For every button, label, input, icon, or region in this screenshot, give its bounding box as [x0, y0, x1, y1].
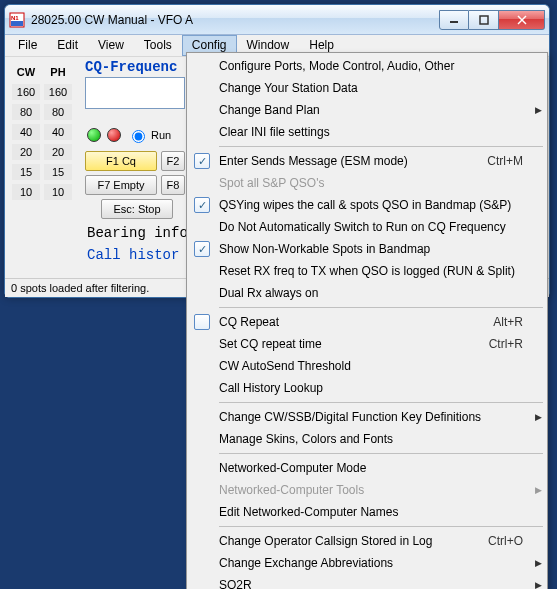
config-menu-item[interactable]: Change Band Plan▶: [189, 99, 545, 121]
menu-file[interactable]: File: [8, 35, 47, 56]
bearing-info: Bearing info: [87, 225, 188, 241]
menu-item-label: Reset RX freq to TX when QSO is logged (…: [215, 264, 531, 278]
menu-item-label: Edit Networked-Computer Names: [215, 505, 531, 519]
band-header-cw: CW: [11, 63, 41, 81]
menu-edit[interactable]: Edit: [47, 35, 88, 56]
config-menu-item[interactable]: Clear INI file settings: [189, 121, 545, 143]
menu-separator: [219, 526, 543, 527]
checkbox-icon: ✓: [194, 241, 210, 257]
band-cell[interactable]: 160: [43, 83, 73, 101]
close-button[interactable]: [499, 10, 545, 30]
config-menu-item: Spot all S&P QSO's: [189, 172, 545, 194]
submenu-arrow-icon: ▶: [531, 412, 545, 422]
titlebar[interactable]: N1 28025.00 CW Manual - VFO A: [5, 5, 549, 35]
run-radio-input[interactable]: [132, 130, 145, 143]
menu-item-accelerator: Alt+R: [493, 315, 531, 329]
config-menu-item[interactable]: Edit Networked-Computer Names: [189, 501, 545, 523]
minimize-button[interactable]: [439, 10, 469, 30]
band-cell[interactable]: 15: [43, 163, 73, 181]
submenu-arrow-icon: ▶: [531, 558, 545, 568]
app-icon: N1: [9, 12, 25, 28]
window-title: 28025.00 CW Manual - VFO A: [31, 13, 439, 27]
call-history-info: Call histor: [87, 247, 179, 263]
band-cell[interactable]: 10: [11, 183, 41, 201]
f8-button[interactable]: F8: [161, 175, 185, 195]
config-menu-item[interactable]: ✓Show Non-Workable Spots in Bandmap: [189, 238, 545, 260]
submenu-arrow-icon: ▶: [531, 580, 545, 589]
menu-item-label: Networked-Computer Tools: [215, 483, 531, 497]
config-menu-item[interactable]: CW AutoSend Threshold: [189, 355, 545, 377]
esc-button[interactable]: Esc: Stop: [101, 199, 173, 219]
band-cell[interactable]: 10: [43, 183, 73, 201]
submenu-arrow-icon: ▶: [531, 485, 545, 495]
config-menu-item[interactable]: Change CW/SSB/Digital Function Key Defin…: [189, 406, 545, 428]
band-cell[interactable]: 40: [11, 123, 41, 141]
config-menu-item[interactable]: Reset RX freq to TX when QSO is logged (…: [189, 260, 545, 282]
svg-rect-4: [480, 16, 488, 24]
callsign-input[interactable]: [85, 77, 185, 109]
band-table: CWPH 160160 8080 4040 2020 1515 1010: [9, 61, 75, 203]
menu-view[interactable]: View: [88, 35, 134, 56]
band-cell[interactable]: 20: [43, 143, 73, 161]
config-menu-item[interactable]: SO2R▶: [189, 574, 545, 589]
f1-button[interactable]: F1 Cq: [85, 151, 157, 171]
menu-item-label: Manage Skins, Colors and Fonts: [215, 432, 531, 446]
checkbox-icon: [194, 314, 210, 330]
config-menu-item[interactable]: Change Operator Callsign Stored in LogCt…: [189, 530, 545, 552]
cq-frequency-label: CQ-Frequenc: [85, 59, 185, 75]
config-menu-item[interactable]: ✓Enter Sends Message (ESM mode)Ctrl+M: [189, 150, 545, 172]
status-dot-red-icon: [107, 128, 121, 142]
menu-item-label: QSYing wipes the call & spots QSO in Ban…: [215, 198, 531, 212]
config-menu-item[interactable]: CQ RepeatAlt+R: [189, 311, 545, 333]
maximize-button[interactable]: [469, 10, 499, 30]
config-menu-item[interactable]: Set CQ repeat timeCtrl+R: [189, 333, 545, 355]
status-dots: Run: [87, 127, 171, 143]
config-menu-item[interactable]: Call History Lookup: [189, 377, 545, 399]
menu-item-label: Enter Sends Message (ESM mode): [215, 154, 487, 168]
band-cell[interactable]: 15: [11, 163, 41, 181]
config-menu-item[interactable]: Configure Ports, Mode Control, Audio, Ot…: [189, 55, 545, 77]
config-menu-item[interactable]: Change Exchange Abbreviations▶: [189, 552, 545, 574]
band-cell[interactable]: 20: [11, 143, 41, 161]
menu-item-label: Show Non-Workable Spots in Bandmap: [215, 242, 531, 256]
band-cell[interactable]: 80: [11, 103, 41, 121]
config-menu-item[interactable]: Do Not Automatically Switch to Run on CQ…: [189, 216, 545, 238]
menu-tools[interactable]: Tools: [134, 35, 182, 56]
menu-item-accelerator: Ctrl+M: [487, 154, 531, 168]
config-menu-item[interactable]: Dual Rx always on: [189, 282, 545, 304]
cq-area: CQ-Frequenc: [85, 59, 185, 109]
menu-item-label: Change Band Plan: [215, 103, 531, 117]
menu-item-label: Change Operator Callsign Stored in Log: [215, 534, 488, 548]
run-radio-label: Run: [151, 129, 171, 141]
menu-item-label: Clear INI file settings: [215, 125, 531, 139]
menu-separator: [219, 453, 543, 454]
menu-item-label: SO2R: [215, 578, 531, 589]
menu-item-label: CW AutoSend Threshold: [215, 359, 531, 373]
submenu-arrow-icon: ▶: [531, 105, 545, 115]
menu-item-label: Do Not Automatically Switch to Run on CQ…: [215, 220, 531, 234]
config-dropdown: Configure Ports, Mode Control, Audio, Ot…: [186, 52, 548, 589]
menu-separator: [219, 146, 543, 147]
run-radio[interactable]: Run: [127, 127, 171, 143]
band-cell[interactable]: 80: [43, 103, 73, 121]
f7-button[interactable]: F7 Empty: [85, 175, 157, 195]
svg-rect-2: [11, 21, 23, 26]
band-cell[interactable]: 160: [11, 83, 41, 101]
menu-item-label: Spot all S&P QSO's: [215, 176, 531, 190]
menu-item-label: Set CQ repeat time: [215, 337, 489, 351]
config-menu-item[interactable]: Manage Skins, Colors and Fonts: [189, 428, 545, 450]
status-dot-green-icon: [87, 128, 101, 142]
config-menu-item[interactable]: Networked-Computer Mode: [189, 457, 545, 479]
f2-button[interactable]: F2: [161, 151, 185, 171]
config-menu-item[interactable]: Change Your Station Data: [189, 77, 545, 99]
menu-item-accelerator: Ctrl+R: [489, 337, 531, 351]
menu-item-label: Networked-Computer Mode: [215, 461, 531, 475]
config-menu-item[interactable]: ✓QSYing wipes the call & spots QSO in Ba…: [189, 194, 545, 216]
checkbox-icon: ✓: [194, 153, 210, 169]
window-buttons: [439, 10, 545, 30]
band-header-ph: PH: [43, 63, 73, 81]
config-menu-item: Networked-Computer Tools▶: [189, 479, 545, 501]
menu-item-label: Change Exchange Abbreviations: [215, 556, 531, 570]
band-cell[interactable]: 40: [43, 123, 73, 141]
menu-separator: [219, 307, 543, 308]
